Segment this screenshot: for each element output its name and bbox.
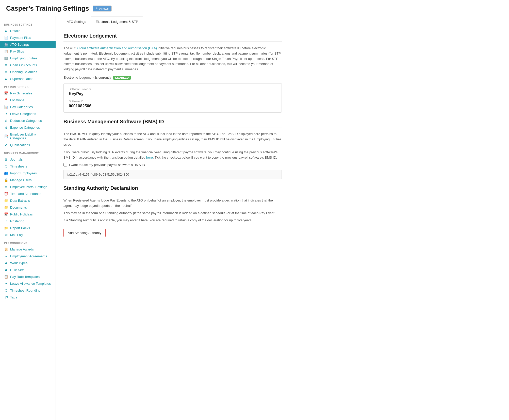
sidebar-item-mail-log[interactable]: ✉ Mail Log <box>0 231 56 238</box>
notes-icon: ✎ <box>95 7 98 10</box>
status-line: Electronic lodgement is currently ENABLE… <box>63 76 282 80</box>
sidebar-item-label: Expense Categories <box>10 126 40 129</box>
manage-awards-icon: 📜 <box>4 247 8 251</box>
sidebar-section-pay-conditions: PAY CONDITIONS <box>0 238 56 246</box>
details-icon: ⚙ <box>4 29 8 33</box>
sidebar-item-manage-users[interactable]: 🔒 Manage Users <box>0 177 56 183</box>
timesheets-icon: ⏱ <box>4 164 8 168</box>
sidebar-item-time-and-attendance[interactable]: ⏰ Time and Attendance <box>0 190 56 197</box>
sidebar-item-employer-liability-categories[interactable]: 📑 Employer Liability Categories <box>0 131 56 142</box>
documents-icon: 📁 <box>4 206 8 209</box>
sidebar-item-pay-rate-templates[interactable]: 📋 Pay Rate Templates <box>0 273 56 280</box>
sidebar-item-employment-agreements[interactable]: ★ Employment Agreements <box>0 253 56 260</box>
bms-checkbox-line: I want to use my previous payroll softwa… <box>63 163 282 167</box>
sidebar-item-pay-schedules[interactable]: 📅 Pay Schedules <box>0 90 56 97</box>
sidebar-item-ato-settings[interactable]: 🏦 ATO Settings <box>0 41 56 48</box>
sidebar-item-label: Superannuation <box>10 77 34 81</box>
software-provider-row: Software Provider KeyPay <box>69 88 276 96</box>
pay-rate-templates-icon: 📋 <box>4 275 8 279</box>
manage-users-icon: 🔒 <box>4 178 8 182</box>
caa-link[interactable]: Cloud software authentication and author… <box>77 46 157 50</box>
main-layout: BUSINESS SETTINGS ⚙ Details 📄 Payment Fi… <box>0 16 509 420</box>
public-holidays-icon: 📅 <box>4 212 8 216</box>
tab-ato-settings[interactable]: ATO Settings <box>62 16 91 27</box>
tab-electronic-lodgement-stp[interactable]: Electronic Lodgement & STP <box>91 16 143 27</box>
sidebar-item-label: Manage Users <box>10 178 32 182</box>
status-prefix: Electronic lodgement is currently <box>63 76 111 79</box>
employing-entities-icon: 🏢 <box>4 56 8 60</box>
sidebar-item-label: Rule Sets <box>10 268 24 272</box>
sidebar-item-data-extracts[interactable]: 📁 Data Extracts <box>0 197 56 204</box>
sidebar-item-timesheets[interactable]: ⏱ Timesheets <box>0 163 56 170</box>
import-employees-icon: 👥 <box>4 171 8 175</box>
here-link[interactable]: here <box>146 156 153 159</box>
sidebar-item-label: Journals <box>10 158 23 161</box>
software-id-label: Software ID <box>69 100 276 103</box>
report-packs-icon: 📁 <box>4 226 8 230</box>
sidebar-item-chart-of-accounts[interactable]: ≡ Chart Of Accounts <box>0 62 56 69</box>
journals-icon: ⊞ <box>4 158 8 161</box>
sidebar-item-qualifications[interactable]: ✔ Qualifications <box>0 142 56 148</box>
sidebar-item-label: Time and Attendance <box>10 192 41 196</box>
sidebar-item-employing-entities[interactable]: 🏢 Employing Entities <box>0 55 56 62</box>
time-attendance-icon: ⏰ <box>4 192 8 196</box>
sidebar-item-locations[interactable]: 📍 Locations <box>0 97 56 104</box>
sidebar-item-pay-slips[interactable]: 📋 Pay Slips <box>0 48 56 55</box>
standing-authority-section: Standing Authority Declaration When Regi… <box>63 185 282 237</box>
bms-id-display: fa2a5ea4-4157-4c89-9e53-5156c3024850 <box>63 170 282 179</box>
sidebar-item-label: Report Packs <box>10 226 30 230</box>
bms-description1: The BMS ID will uniquely identify your b… <box>63 131 282 147</box>
sidebar-item-journals[interactable]: ⊞ Journals <box>0 156 56 163</box>
sidebar-item-leave-allowance-templates[interactable]: ✈ Leave Allowance Templates <box>0 280 56 287</box>
sidebar-item-expense-categories[interactable]: ⊕ Expense Categories <box>0 124 56 131</box>
sidebar-item-public-holidays[interactable]: 📅 Public Holidays <box>0 211 56 218</box>
sidebar-item-label: Details <box>10 29 20 33</box>
add-standing-authority-button[interactable]: Add Standing Authority <box>63 229 106 237</box>
sidebar-item-timesheet-rounding[interactable]: ⏱ Timesheet Rounding <box>0 287 56 294</box>
sidebar-item-label: Employment Agreements <box>10 254 47 258</box>
sidebar-item-deduction-categories[interactable]: ⊖ Deduction Categories <box>0 117 56 124</box>
sidebar-item-label: Leave Categories <box>10 112 36 116</box>
sidebar-item-report-packs[interactable]: 📁 Report Packs <box>0 225 56 231</box>
sidebar-item-documents[interactable]: 📁 Documents <box>0 204 56 211</box>
sidebar-item-employee-portal-settings[interactable]: ✏ Employee Portal Settings <box>0 183 56 190</box>
bms-checkbox[interactable] <box>63 163 67 166</box>
sidebar-item-label: Chart Of Accounts <box>10 63 37 67</box>
notes-badge-button[interactable]: ✎ 0 Notes <box>93 6 111 11</box>
sidebar-item-label: Opening Balances <box>10 70 37 74</box>
sidebar-item-rostering[interactable]: 🗓 Rostering <box>0 218 56 225</box>
standing-authority-desc2: This may be in the form of a Standing Au… <box>63 211 282 216</box>
sidebar-item-pay-categories[interactable]: 📊 Pay Categories <box>0 104 56 110</box>
bms-checkbox-label: I want to use my previous payroll softwa… <box>69 163 145 167</box>
tags-icon: 🏷 <box>4 295 8 299</box>
sidebar: BUSINESS SETTINGS ⚙ Details 📄 Payment Fi… <box>0 16 56 420</box>
sidebar-item-rule-sets[interactable]: ◆ Rule Sets <box>0 266 56 273</box>
data-extracts-icon: 📁 <box>4 199 8 203</box>
sidebar-item-label: Deduction Categories <box>10 119 42 123</box>
employer-liability-icon: 📑 <box>4 135 8 138</box>
sidebar-item-label: Qualifications <box>10 143 30 147</box>
deduction-categories-icon: ⊖ <box>4 119 8 123</box>
sidebar-item-details[interactable]: ⚙ Details <box>0 27 56 34</box>
chart-of-accounts-icon: ≡ <box>4 63 8 67</box>
sidebar-item-label: Manage Awards <box>10 247 34 251</box>
sidebar-item-superannuation[interactable]: ⚙ Superannuation <box>0 75 56 82</box>
sidebar-item-label: Employee Portal Settings <box>10 185 47 189</box>
bms-title: Business Management Software (BMS) ID <box>63 119 282 127</box>
mail-log-icon: ✉ <box>4 233 8 237</box>
pay-slips-icon: 📋 <box>4 49 8 53</box>
content-inner: Electronic Lodgement The ATO Cloud softw… <box>56 27 289 249</box>
sidebar-item-work-types[interactable]: ◆ Work Types <box>0 260 56 266</box>
sidebar-section-pay-run-settings: PAY RUN SETTINGS <box>0 82 56 90</box>
sidebar-item-opening-balances[interactable]: ✏ Opening Balances <box>0 69 56 75</box>
sidebar-item-import-employees[interactable]: 👥 Import Employees <box>0 170 56 177</box>
page-title: Casper's Training Settings <box>6 5 89 12</box>
sidebar-section-business-management: BUSINESS MANAGEMENT <box>0 148 56 156</box>
sidebar-item-label: ATO Settings <box>10 43 29 46</box>
sidebar-item-leave-categories[interactable]: ✈ Leave Categories <box>0 110 56 117</box>
sidebar-item-manage-awards[interactable]: 📜 Manage Awards <box>0 246 56 253</box>
sidebar-item-label: Pay Categories <box>10 105 33 109</box>
sidebar-item-label: Documents <box>10 206 27 209</box>
sidebar-item-payment-files[interactable]: 📄 Payment Files <box>0 34 56 41</box>
sidebar-item-tags[interactable]: 🏷 Tags <box>0 294 56 301</box>
